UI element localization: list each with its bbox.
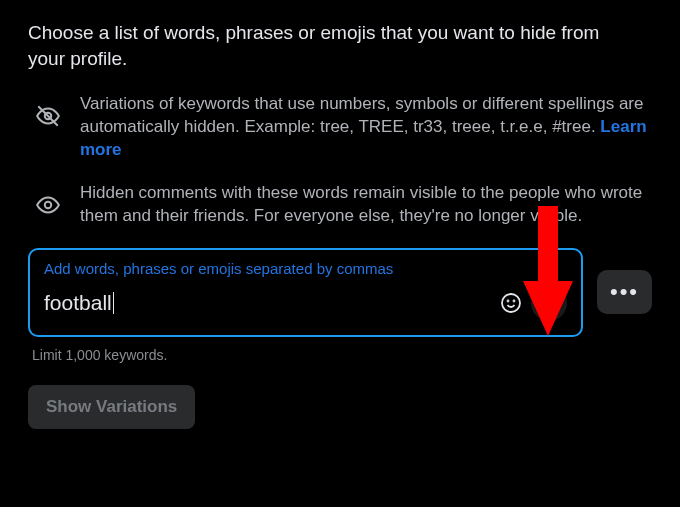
more-options-button[interactable]: ••• [597, 270, 652, 314]
emoji-picker-button[interactable] [497, 289, 525, 317]
add-keyword-button[interactable] [531, 285, 567, 321]
keyword-input-value: football [44, 291, 112, 315]
svg-point-4 [508, 300, 509, 301]
info-row-variations: Variations of keywords that use numbers,… [28, 93, 652, 162]
keyword-input-container[interactable]: Add words, phrases or emojis separated b… [28, 248, 583, 337]
info-variations-text: Variations of keywords that use numbers,… [80, 94, 643, 136]
info-row-visibility: Hidden comments with these words remain … [28, 182, 652, 228]
eye-off-icon [28, 93, 68, 129]
svg-point-5 [514, 300, 515, 301]
info-visibility-text: Hidden comments with these words remain … [68, 182, 652, 228]
eye-icon [28, 182, 68, 218]
limit-text: Limit 1,000 keywords. [32, 347, 652, 363]
show-variations-button[interactable]: Show Variations [28, 385, 195, 429]
keyword-input-label: Add words, phrases or emojis separated b… [44, 260, 567, 277]
svg-point-2 [45, 202, 52, 209]
keyword-input[interactable]: football [44, 289, 497, 317]
text-cursor [113, 292, 114, 314]
page-heading: Choose a list of words, phrases or emoji… [28, 20, 608, 71]
svg-point-3 [502, 294, 520, 312]
